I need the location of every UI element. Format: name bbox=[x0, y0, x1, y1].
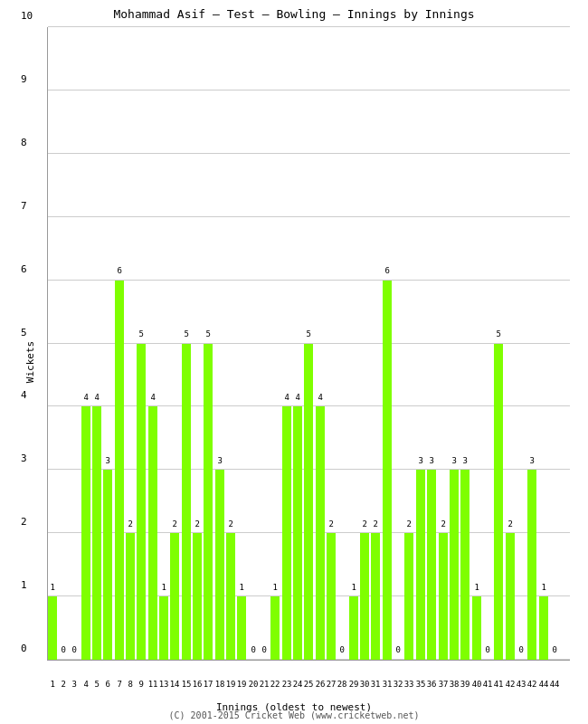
y-tick-label-5: 5 bbox=[21, 326, 27, 338]
x-tick-label-15: 18 bbox=[215, 680, 225, 689]
y-tick-label-3: 3 bbox=[21, 452, 27, 464]
y-tick-label-4: 4 bbox=[21, 389, 27, 401]
bar-label-41: 2 bbox=[506, 519, 515, 529]
bar-label-38: 1 bbox=[472, 583, 481, 592]
x-tick-label-43: 42 bbox=[527, 680, 537, 689]
bar-44 bbox=[539, 596, 548, 660]
x-tick-label-33: 35 bbox=[416, 680, 426, 689]
x-tick-label-32: 33 bbox=[404, 680, 414, 689]
gridline-9 bbox=[48, 90, 570, 90]
bar-label-25: 2 bbox=[327, 519, 336, 529]
bar-29 bbox=[371, 533, 380, 660]
bar-25 bbox=[327, 533, 336, 660]
bar-41 bbox=[506, 533, 515, 660]
bar-14 bbox=[204, 344, 213, 661]
bar-37 bbox=[460, 470, 469, 660]
bar-13 bbox=[193, 533, 202, 660]
x-tick-label-2: 3 bbox=[71, 680, 76, 689]
x-tick-label-9: 11 bbox=[148, 680, 158, 689]
x-tick-label-14: 17 bbox=[204, 680, 213, 689]
x-tick-label-40: 41 bbox=[494, 680, 504, 689]
x-tick-label-27: 29 bbox=[349, 680, 359, 689]
gridline-6 bbox=[48, 280, 570, 281]
x-tick-label-11: 14 bbox=[170, 680, 180, 689]
bar-43 bbox=[527, 470, 536, 660]
bar-36 bbox=[450, 470, 459, 660]
bar-30 bbox=[383, 281, 392, 660]
bar-22 bbox=[293, 406, 302, 660]
bar-32 bbox=[404, 533, 413, 660]
bar-label-6: 6 bbox=[115, 266, 124, 275]
bar-4 bbox=[92, 406, 101, 660]
x-tick-label-39: 41 bbox=[483, 680, 493, 689]
bar-21 bbox=[282, 406, 291, 660]
bar-label-17: 1 bbox=[237, 583, 246, 592]
y-tick-label-8: 8 bbox=[21, 136, 27, 148]
x-tick-label-41: 42 bbox=[506, 680, 516, 689]
bar-6 bbox=[115, 281, 124, 660]
x-tick-label-28: 30 bbox=[360, 680, 370, 689]
bar-16 bbox=[226, 533, 235, 660]
bar-0 bbox=[48, 596, 57, 660]
bar-label-18: 0 bbox=[249, 645, 258, 654]
bar-label-14: 5 bbox=[204, 329, 213, 338]
bar-label-28: 2 bbox=[360, 519, 369, 529]
bar-8 bbox=[137, 344, 146, 661]
bar-7 bbox=[126, 533, 135, 660]
bar-label-37: 3 bbox=[460, 456, 469, 465]
bar-label-42: 0 bbox=[517, 645, 526, 654]
bar-12 bbox=[182, 344, 191, 661]
bar-28 bbox=[360, 533, 369, 660]
x-tick-label-3: 4 bbox=[83, 680, 88, 689]
x-tick-label-17: 19 bbox=[237, 680, 247, 689]
gridline-10 bbox=[48, 26, 570, 27]
x-tick-label-44: 44 bbox=[539, 680, 549, 689]
bar-17 bbox=[237, 596, 246, 660]
x-tick-label-35: 37 bbox=[439, 680, 449, 689]
bar-label-9: 4 bbox=[148, 393, 157, 402]
bar-label-29: 2 bbox=[371, 519, 380, 529]
bar-label-30: 6 bbox=[383, 266, 392, 275]
bar-label-8: 5 bbox=[137, 329, 146, 338]
bar-label-27: 1 bbox=[349, 583, 358, 592]
bar-label-2: 0 bbox=[70, 645, 79, 654]
bar-label-11: 2 bbox=[170, 519, 179, 529]
bar-label-12: 5 bbox=[182, 329, 191, 338]
bar-23 bbox=[304, 344, 313, 661]
bar-label-20: 1 bbox=[270, 583, 280, 592]
bar-label-35: 2 bbox=[439, 519, 448, 529]
bar-10 bbox=[159, 596, 168, 660]
y-tick-label-6: 6 bbox=[21, 262, 27, 274]
x-tick-label-19: 21 bbox=[260, 680, 270, 689]
bar-label-39: 0 bbox=[483, 645, 492, 654]
x-tick-label-37: 39 bbox=[460, 680, 470, 689]
x-tick-label-45: 44 bbox=[550, 680, 560, 689]
bar-label-43: 3 bbox=[527, 456, 536, 465]
y-tick-label-2: 2 bbox=[21, 516, 27, 528]
x-tick-label-34: 36 bbox=[427, 680, 437, 689]
x-tick-label-0: 1 bbox=[50, 680, 54, 689]
gridline-8 bbox=[48, 153, 570, 154]
y-tick-label-0: 0 bbox=[21, 643, 27, 654]
y-tick-label-9: 9 bbox=[21, 72, 27, 84]
x-tick-label-30: 31 bbox=[383, 680, 393, 689]
bar-label-0: 1 bbox=[48, 583, 57, 592]
x-tick-label-1: 2 bbox=[61, 680, 65, 689]
x-tick-label-16: 19 bbox=[226, 680, 236, 689]
y-tick-label-7: 7 bbox=[21, 199, 27, 211]
bar-27 bbox=[349, 596, 358, 660]
bar-label-1: 0 bbox=[59, 645, 68, 654]
chart-title: Mohammad Asif – Test – Bowling – Innings… bbox=[0, 0, 588, 24]
bar-34 bbox=[427, 470, 436, 660]
x-tick-label-23: 25 bbox=[304, 680, 314, 689]
chart-area: 0123456789101102034445366728594111132145… bbox=[47, 27, 570, 661]
bar-label-34: 3 bbox=[427, 456, 436, 465]
bar-label-26: 0 bbox=[337, 645, 346, 654]
bar-label-23: 5 bbox=[304, 329, 313, 338]
bar-label-33: 3 bbox=[416, 456, 425, 465]
x-tick-label-12: 15 bbox=[182, 680, 192, 689]
bar-label-45: 0 bbox=[550, 645, 559, 654]
bar-label-7: 2 bbox=[126, 519, 135, 529]
bar-label-32: 2 bbox=[404, 519, 413, 529]
x-tick-label-20: 22 bbox=[270, 680, 280, 689]
